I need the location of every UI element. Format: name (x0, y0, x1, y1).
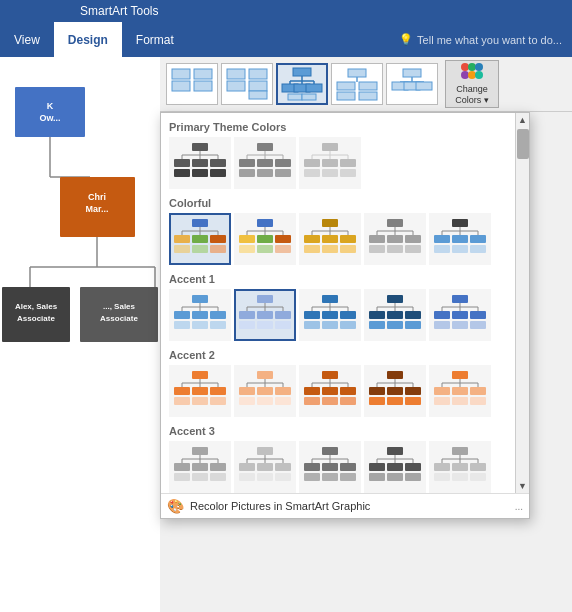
svg-rect-176 (275, 321, 291, 329)
color-option-c2[interactable] (234, 213, 296, 265)
svg-rect-161 (210, 311, 226, 319)
svg-rect-80 (275, 169, 291, 177)
color-option-c3[interactable] (299, 213, 361, 265)
svg-rect-25 (249, 69, 267, 79)
svg-rect-187 (322, 321, 338, 329)
svg-rect-255 (369, 387, 385, 395)
svg-rect-237 (322, 371, 338, 379)
color-option-a1-3[interactable] (299, 289, 361, 341)
color-option-a3-3[interactable] (299, 441, 361, 493)
color-option-a3-4[interactable] (364, 441, 426, 493)
svg-rect-87 (304, 159, 320, 167)
svg-rect-319 (387, 473, 403, 481)
dropdown-scrollbar[interactable]: ▲ ▼ (515, 113, 529, 493)
svg-text:..., Sales: ..., Sales (103, 302, 136, 311)
color-option-a2-3[interactable] (299, 365, 361, 417)
svg-point-52 (468, 63, 476, 71)
svg-rect-45 (403, 69, 421, 77)
svg-rect-259 (387, 397, 403, 405)
accent1-grid (167, 287, 509, 345)
svg-rect-245 (340, 387, 356, 395)
color-option-pt3[interactable] (299, 137, 361, 189)
svg-rect-75 (239, 159, 255, 167)
svg-rect-129 (387, 219, 403, 227)
color-option-a1-2[interactable] (234, 289, 296, 341)
color-option-c4[interactable] (364, 213, 426, 265)
svg-rect-39 (348, 69, 366, 77)
svg-rect-271 (452, 397, 468, 405)
svg-rect-183 (304, 311, 320, 319)
recolor-pictures-button[interactable]: 🎨 Recolor Pictures in SmartArt Graphic .… (161, 493, 529, 518)
layout-icon-1[interactable] (166, 63, 218, 105)
svg-rect-123 (304, 235, 320, 243)
color-option-a2-5[interactable] (429, 365, 491, 417)
svg-rect-136 (387, 235, 403, 243)
svg-rect-101 (210, 235, 226, 243)
svg-rect-208 (452, 311, 468, 319)
color-option-a3-1[interactable] (169, 441, 231, 493)
svg-rect-200 (405, 321, 421, 329)
color-option-c5[interactable] (429, 213, 491, 265)
svg-rect-189 (387, 295, 403, 303)
svg-rect-201 (452, 295, 468, 303)
color-option-a3-2[interactable] (234, 441, 296, 493)
svg-rect-162 (174, 321, 190, 329)
color-option-a3-5[interactable] (429, 441, 491, 493)
layout-icon-5[interactable] (386, 63, 438, 105)
color-option-a1-4[interactable] (364, 289, 426, 341)
svg-rect-198 (369, 321, 385, 329)
svg-rect-279 (174, 463, 190, 471)
ribbon: View Design Format 💡 Tell me what you wa… (0, 22, 572, 57)
svg-rect-78 (239, 169, 255, 177)
svg-rect-212 (470, 321, 486, 329)
svg-rect-116 (275, 245, 291, 253)
svg-rect-231 (239, 387, 255, 395)
color-option-c1[interactable] (169, 213, 231, 265)
svg-rect-159 (174, 311, 190, 319)
scroll-down-arrow[interactable]: ▼ (516, 479, 530, 493)
layout-icon-3[interactable] (276, 63, 328, 105)
color-option-a2-4[interactable] (364, 365, 426, 417)
svg-rect-195 (369, 311, 385, 319)
svg-rect-224 (210, 397, 226, 405)
svg-rect-163 (192, 321, 208, 329)
scroll-thumb[interactable] (517, 129, 529, 159)
svg-rect-23 (227, 69, 245, 79)
title-label: SmartArt Tools (80, 4, 158, 18)
smartart-canvas: K Ow... Chri Mar... Alex, Sales Associat… (0, 57, 160, 612)
svg-rect-292 (257, 463, 273, 471)
section-primary-label: Primary Theme Colors (167, 117, 509, 135)
svg-rect-69 (257, 143, 273, 151)
section-colorful-label: Colorful (167, 193, 509, 211)
tab-design[interactable]: Design (54, 22, 122, 57)
tab-format[interactable]: Format (122, 22, 188, 57)
svg-rect-328 (452, 463, 468, 471)
svg-rect-24 (227, 81, 245, 91)
svg-point-56 (475, 71, 483, 79)
svg-rect-297 (322, 447, 338, 455)
svg-rect-141 (452, 219, 468, 227)
svg-rect-57 (192, 143, 208, 151)
svg-rect-174 (239, 321, 255, 329)
svg-rect-90 (304, 169, 320, 177)
svg-rect-38 (302, 94, 316, 100)
layout-icon-4[interactable] (331, 63, 383, 105)
search-placeholder[interactable]: Tell me what you want to do... (417, 34, 562, 46)
svg-rect-332 (470, 473, 486, 481)
svg-rect-296 (275, 473, 291, 481)
color-option-pt2[interactable] (234, 137, 296, 189)
color-option-a1-5[interactable] (429, 289, 491, 341)
color-option-a1-1[interactable] (169, 289, 231, 341)
svg-point-51 (461, 63, 469, 71)
svg-rect-280 (192, 463, 208, 471)
scroll-up-arrow[interactable]: ▲ (516, 113, 530, 127)
accent2-grid (167, 363, 509, 421)
layout-icon-2[interactable] (221, 63, 273, 105)
color-option-pt1[interactable] (169, 137, 231, 189)
color-option-a2-1[interactable] (169, 365, 231, 417)
change-colors-button[interactable]: ChangeColors ▾ (445, 60, 499, 108)
svg-rect-285 (257, 447, 273, 455)
color-option-a2-2[interactable] (234, 365, 296, 417)
svg-rect-175 (257, 321, 273, 329)
tab-view[interactable]: View (0, 22, 54, 57)
